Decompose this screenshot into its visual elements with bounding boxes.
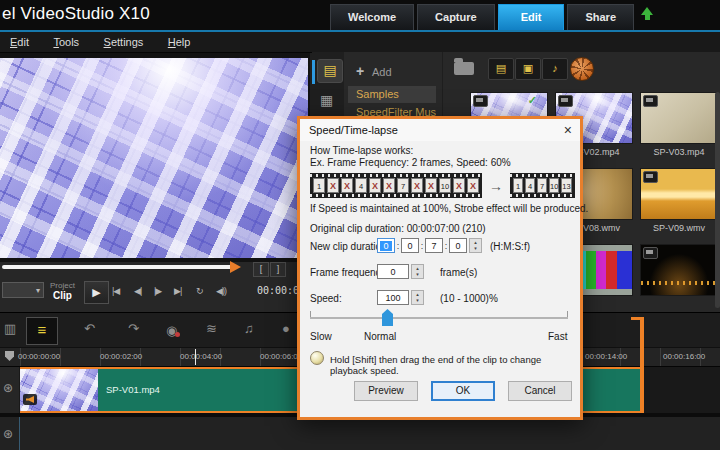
frame-cell-dropped: X bbox=[383, 178, 395, 193]
frame-cell: 4 bbox=[355, 178, 367, 193]
menu-edit[interactable]: Edit bbox=[0, 33, 39, 48]
frame-cell: 7 bbox=[397, 178, 409, 193]
mark-out-button[interactable]: ] bbox=[270, 262, 286, 277]
undo-icon[interactable]: ↶ bbox=[84, 321, 95, 336]
duration-frames-input[interactable]: 0 bbox=[449, 238, 467, 253]
app-window: el VideoStudio X10 Welcome Capture Edit … bbox=[0, 0, 720, 450]
media-library-icon[interactable]: ▤ bbox=[317, 59, 343, 83]
speed-suffix: (10 - 1000)% bbox=[440, 293, 498, 304]
video-badge-icon bbox=[558, 95, 573, 107]
video-preview bbox=[0, 58, 308, 258]
plus-icon[interactable]: + bbox=[356, 63, 364, 79]
video-track-icon[interactable]: ⊛ bbox=[3, 427, 13, 441]
prev-frame-button[interactable]: ◀| bbox=[134, 286, 141, 296]
folder-samples[interactable]: Samples bbox=[348, 86, 436, 103]
record-capture-icon[interactable]: ◉ bbox=[166, 323, 177, 338]
show-photos-button[interactable]: ▣ bbox=[515, 58, 541, 80]
speed-input[interactable]: 100 bbox=[377, 290, 409, 305]
cancel-button[interactable]: Cancel bbox=[508, 381, 572, 401]
volume-button[interactable]: ◀)) bbox=[216, 286, 226, 296]
slider-tick bbox=[567, 311, 568, 317]
ruler-label: 00:00:16:00 bbox=[663, 352, 705, 361]
home-button[interactable]: |◀ bbox=[112, 286, 119, 296]
timeline-view-button[interactable]: ≡ bbox=[26, 317, 58, 345]
show-videos-button[interactable]: ▤ bbox=[488, 58, 514, 80]
timeline-playhead[interactable] bbox=[195, 349, 196, 365]
tab-capture[interactable]: Capture bbox=[417, 4, 495, 30]
ok-button[interactable]: OK bbox=[431, 381, 495, 401]
sound-mixer-icon[interactable]: ≋ bbox=[206, 321, 217, 336]
frequency-inputs: 0▴▾ bbox=[377, 264, 424, 279]
frequency-input[interactable]: 0 bbox=[377, 264, 409, 279]
tab-share[interactable]: Share bbox=[567, 4, 634, 30]
close-icon[interactable]: × bbox=[564, 122, 572, 138]
clip-end-handle-cap bbox=[631, 317, 644, 320]
speed-slider-thumb[interactable] bbox=[382, 309, 393, 326]
instant-project-icon[interactable]: ▦ bbox=[320, 92, 333, 108]
clip-mode-label[interactable]: Clip bbox=[53, 290, 72, 301]
menu-tools[interactable]: Tools bbox=[43, 33, 89, 48]
arrow-right-icon: → bbox=[489, 178, 503, 194]
preview-mode-dropdown[interactable]: ▾ bbox=[2, 282, 44, 298]
ripple-edit-icon[interactable]: ● bbox=[282, 321, 290, 336]
tip-text: Hold [Shift] then drag the end of the cl… bbox=[330, 354, 574, 376]
reel-gauge-icon[interactable] bbox=[570, 57, 594, 81]
frame-cell-dropped: X bbox=[411, 178, 423, 193]
duration-inputs: 0:0:7:0▴▾ bbox=[377, 238, 482, 253]
auto-music-icon[interactable]: ♫ bbox=[244, 321, 254, 336]
library-item[interactable] bbox=[640, 244, 718, 299]
clip-end-handle[interactable] bbox=[640, 317, 644, 413]
seek-playhead[interactable] bbox=[230, 261, 241, 273]
duration-spinner[interactable]: ▴▾ bbox=[469, 238, 482, 253]
library-item[interactable]: SP-V09.wmv bbox=[640, 168, 718, 233]
video-badge-icon bbox=[643, 171, 658, 183]
speed-spinner[interactable]: ▴▾ bbox=[411, 290, 424, 305]
frame-cell-dropped: X bbox=[467, 178, 479, 193]
redo-icon[interactable]: ↷ bbox=[128, 321, 139, 336]
end-button[interactable]: ▶| bbox=[174, 286, 181, 296]
project-mode-label[interactable]: Project bbox=[50, 281, 75, 290]
dialog-buttons: Preview OK Cancel bbox=[354, 381, 572, 401]
repeat-button[interactable]: ↻ bbox=[196, 286, 203, 296]
speed-slider-track[interactable] bbox=[310, 317, 568, 319]
frame-cell: 10 bbox=[549, 178, 559, 193]
frame-cell: 1 bbox=[313, 178, 325, 193]
browse-folder-icon[interactable] bbox=[454, 62, 474, 75]
preview-button[interactable]: Preview bbox=[354, 381, 418, 401]
frame-cell-dropped: X bbox=[425, 178, 437, 193]
show-audio-button[interactable]: ♪ bbox=[542, 58, 568, 80]
speed-timelapse-dialog: Speed/Time-lapse × How Time-lapse works:… bbox=[297, 116, 583, 420]
update-arrow-icon[interactable] bbox=[640, 7, 654, 20]
preview-panel bbox=[0, 53, 310, 262]
dialog-title: Speed/Time-lapse bbox=[309, 124, 398, 136]
tab-edit[interactable]: Edit bbox=[498, 4, 565, 30]
ruler-label: 00:00:02:00 bbox=[100, 352, 142, 361]
chapter-marker-icon[interactable] bbox=[5, 351, 14, 361]
add-folder-button[interactable]: Add bbox=[372, 66, 392, 78]
intro-line1: How Time-lapse works: bbox=[310, 145, 413, 156]
play-button[interactable]: ▶ bbox=[84, 281, 109, 304]
dialog-title-bar[interactable]: Speed/Time-lapse × bbox=[300, 119, 580, 141]
slider-tick bbox=[310, 311, 311, 317]
duration-minutes-input[interactable]: 0 bbox=[401, 238, 419, 253]
speed-inputs: 100▴▾ bbox=[377, 290, 424, 305]
track2-edge bbox=[19, 417, 20, 450]
duration-hours-input[interactable]: 0 bbox=[377, 238, 395, 253]
frame-cell: 4 bbox=[525, 178, 535, 193]
video-track-icon[interactable]: ⊛ bbox=[3, 381, 13, 395]
storyboard-view-icon[interactable]: ▥ bbox=[4, 321, 16, 336]
mark-in-button[interactable]: [ bbox=[253, 262, 269, 277]
duration-seconds-input[interactable]: 7 bbox=[425, 238, 443, 253]
library-scrollbar[interactable] bbox=[715, 92, 720, 308]
library-item[interactable]: SP-V03.mp4 bbox=[640, 92, 718, 157]
clip-name-label: SP-V01.mp4 bbox=[106, 369, 160, 411]
frequency-spinner[interactable]: ▴▾ bbox=[411, 264, 424, 279]
menu-help[interactable]: Help bbox=[158, 33, 201, 48]
tab-welcome[interactable]: Welcome bbox=[330, 4, 414, 30]
menu-settings[interactable]: Settings bbox=[94, 33, 154, 48]
next-frame-button[interactable]: |▶ bbox=[154, 286, 161, 296]
seek-bar[interactable] bbox=[2, 265, 232, 269]
video-badge-icon bbox=[643, 95, 658, 107]
video-track-2 bbox=[0, 417, 720, 450]
video-badge-icon bbox=[473, 95, 488, 107]
